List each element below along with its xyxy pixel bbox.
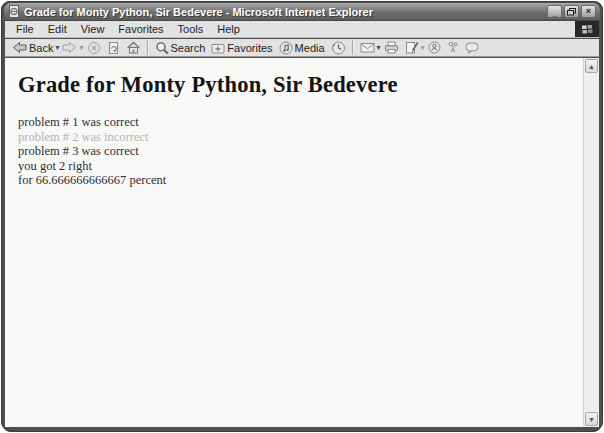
plugin-button[interactable] [444,40,462,55]
print-icon [384,41,399,54]
screenshot-root: Grade for Monty Python, Sir Bedevere - M… [0,0,604,433]
menu-item-favorites[interactable]: Favorites [111,22,170,37]
edit-button[interactable] [402,40,422,55]
back-icon [12,41,27,54]
refresh-button[interactable] [104,40,123,56]
media-button[interactable]: Media [276,40,328,56]
grade-report: problem # 1 was correct problem # 2 was … [18,115,583,188]
restore-icon [567,8,576,16]
grade-line-1: problem # 1 was correct [18,115,583,130]
forward-button[interactable] [59,40,80,55]
scroll-up-icon: ▲ [588,63,595,70]
ie-logo [575,21,599,37]
grade-summary-count: you got 2 right [18,159,583,174]
toolbar-separator [352,40,354,55]
stop-icon [87,41,101,55]
search-button[interactable]: Search [152,40,209,56]
mail-button[interactable] [357,41,378,54]
refresh-icon [107,41,120,55]
forward-dropdown[interactable]: ▾ [79,43,83,52]
search-icon [155,41,169,55]
forward-icon [62,41,77,54]
scroll-up-button[interactable]: ▲ [585,59,598,73]
stop-button[interactable] [84,40,104,56]
scroll-down-button[interactable]: ▼ [585,412,598,426]
favorites-icon [211,42,225,54]
minimize-button[interactable]: _ [547,5,562,18]
window-controls: _ × [547,5,596,18]
discuss-icon [465,42,479,54]
menu-item-help[interactable]: Help [210,22,247,37]
messenger-icon [428,41,441,54]
title-bar[interactable]: Grade for Monty Python, Sir Bedevere - M… [4,3,600,21]
history-button[interactable] [328,40,349,56]
menu-item-view[interactable]: View [74,22,112,37]
browser-window: Grade for Monty Python, Sir Bedevere - M… [1,1,603,432]
close-button[interactable]: × [581,5,596,18]
page-content: Grade for Monty Python, Sir Bedevere pro… [5,58,583,427]
toolbar: Back ▾ ▾ [5,39,599,57]
mail-dropdown[interactable]: ▾ [377,43,381,52]
menu-item-file[interactable]: File [9,22,41,37]
toolbar-separator [147,40,149,55]
scroll-down-icon: ▼ [588,416,595,423]
home-icon [126,41,141,54]
history-icon [331,41,346,55]
menu-bar: File Edit View Favorites Tools Help [5,21,599,38]
media-icon [279,41,293,55]
print-button[interactable] [381,40,402,55]
menu-item-tools[interactable]: Tools [171,22,211,37]
restore-button[interactable] [564,5,579,18]
grade-summary-percent: for 66.666666666667 percent [18,173,583,188]
grade-line-3: problem # 3 was correct [18,144,583,159]
grade-line-2: problem # 2 was incorrect [18,130,583,145]
mail-icon [360,42,375,53]
edit-icon [405,41,419,54]
window-title: Grade for Monty Python, Sir Bedevere - M… [24,3,543,21]
menu-item-edit[interactable]: Edit [41,22,74,37]
favorites-button[interactable]: Favorites [208,41,275,55]
plugin-icon [447,41,459,54]
ie-page-icon[interactable] [8,5,20,18]
discuss-button[interactable] [462,41,482,55]
page-title: Grade for Monty Python, Sir Bedevere [18,72,583,98]
home-button[interactable] [123,40,144,55]
vertical-scrollbar[interactable]: ▲ ▼ [583,58,599,427]
messenger-button[interactable] [425,40,444,55]
windows-flag-icon [581,24,593,35]
back-button[interactable]: Back [9,40,56,55]
